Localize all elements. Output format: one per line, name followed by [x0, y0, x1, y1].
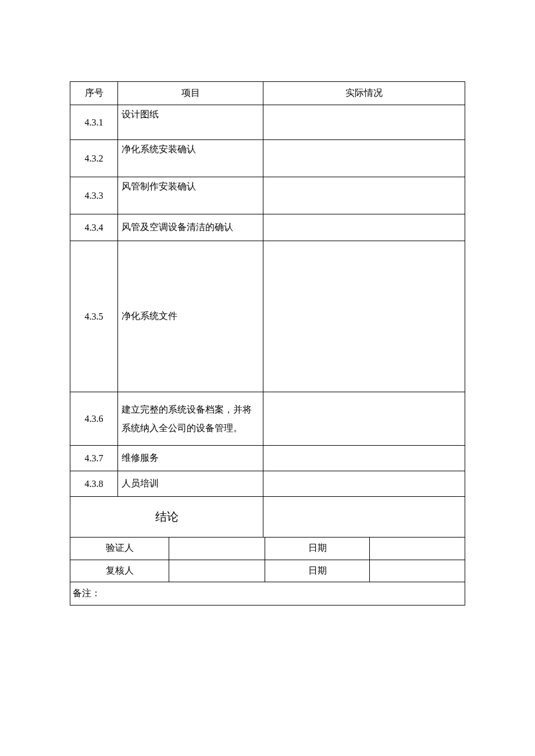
actual-cell	[263, 105, 465, 140]
verifier-value	[169, 538, 265, 560]
seq-cell: 4.3.8	[70, 471, 118, 497]
header-item: 项目	[118, 82, 263, 105]
reviewer-date-label: 日期	[265, 560, 370, 582]
actual-cell	[263, 471, 465, 497]
header-actual: 实际情况	[263, 82, 465, 105]
signoff-table: 验证人 日期 复核人 日期 备注：	[70, 538, 465, 605]
verification-table: 序号 项目 实际情况 4.3.1 设计图纸 4.3.2 净化系统安装确认 4.3…	[70, 81, 465, 538]
table-row: 4.3.5 净化系统文件	[70, 241, 465, 392]
verifier-label: 验证人	[70, 538, 169, 560]
actual-cell	[263, 177, 465, 214]
table-row: 4.3.7 维修服务	[70, 446, 465, 471]
actual-cell	[263, 241, 465, 392]
item-cell: 人员培训	[118, 471, 263, 497]
seq-cell: 4.3.2	[70, 140, 118, 177]
actual-cell	[263, 446, 465, 471]
table-header-row: 序号 项目 实际情况	[70, 82, 465, 105]
item-cell: 净化系统文件	[118, 241, 263, 392]
reviewer-label: 复核人	[70, 560, 169, 582]
actual-cell	[263, 392, 465, 446]
item-cell: 设计图纸	[118, 105, 263, 140]
item-cell: 建立完整的系统设备档案，并将系统纳入全公司的设备管理。	[118, 392, 263, 446]
reviewer-value	[169, 560, 265, 582]
actual-cell	[263, 140, 465, 177]
item-cell: 净化系统安装确认	[118, 140, 263, 177]
table-row: 4.3.2 净化系统安装确认	[70, 140, 465, 177]
note-cell: 备注：	[70, 582, 465, 605]
seq-cell: 4.3.1	[70, 105, 118, 140]
reviewer-date-value	[370, 560, 465, 582]
verifier-date-label: 日期	[265, 538, 370, 560]
table-row: 4.3.3 风管制作安装确认	[70, 177, 465, 214]
item-cell: 风管制作安装确认	[118, 177, 263, 214]
table-row: 4.3.8 人员培训	[70, 471, 465, 497]
note-label: 备注：	[73, 588, 101, 598]
reviewer-row: 复核人 日期	[70, 560, 465, 582]
seq-cell: 4.3.5	[70, 241, 118, 392]
item-cell: 维修服务	[118, 446, 263, 471]
conclusion-value	[263, 497, 465, 538]
verifier-row: 验证人 日期	[70, 538, 465, 560]
actual-cell	[263, 214, 465, 241]
note-row: 备注：	[70, 582, 465, 605]
seq-cell: 4.3.7	[70, 446, 118, 471]
table-row: 4.3.4 风管及空调设备清洁的确认	[70, 214, 465, 241]
verifier-date-value	[370, 538, 465, 560]
item-cell: 风管及空调设备清洁的确认	[118, 214, 263, 241]
seq-cell: 4.3.4	[70, 214, 118, 241]
table-row: 4.3.6 建立完整的系统设备档案，并将系统纳入全公司的设备管理。	[70, 392, 465, 446]
header-seq: 序号	[70, 82, 118, 105]
table-row: 4.3.1 设计图纸	[70, 105, 465, 140]
seq-cell: 4.3.6	[70, 392, 118, 446]
seq-cell: 4.3.3	[70, 177, 118, 214]
conclusion-label: 结论	[70, 497, 263, 538]
conclusion-row: 结论	[70, 497, 465, 538]
